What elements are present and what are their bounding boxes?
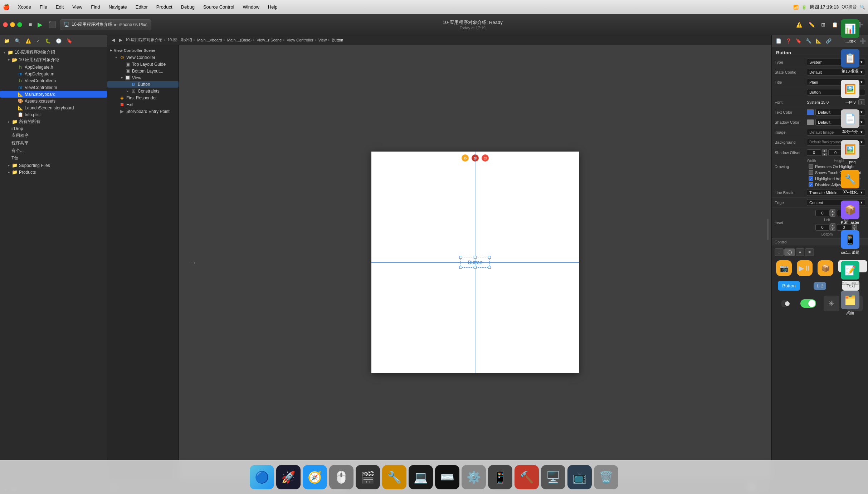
menu-navigate[interactable]: Navigate (106, 4, 129, 10)
desktop-item-xlsx[interactable]: 📊 ....xlsx (834, 18, 866, 45)
inspector-attr-btn[interactable]: 🔧 (804, 37, 813, 45)
scene-bottom-layout[interactable]: ▣ Bottom Layout... (107, 68, 179, 74)
menu-source-control[interactable]: Source Control (201, 4, 236, 10)
menu-file[interactable]: File (38, 4, 49, 10)
scene-view-controller[interactable]: ▾ ⊙ View Controller (107, 54, 179, 61)
handle-br[interactable] (488, 266, 491, 269)
dock-finder[interactable]: 🔵 (250, 465, 274, 489)
disabled-checkbox[interactable]: ✓ (809, 182, 813, 187)
dock-terminal2[interactable]: 💻 (409, 465, 433, 489)
inspector-file-btn[interactable]: 📄 (774, 37, 783, 45)
lib-item-switch[interactable] (798, 298, 819, 309)
breadcrumb-item-6[interactable]: View Controller (287, 38, 313, 42)
inset-bot-input[interactable] (815, 224, 830, 231)
search-icon[interactable]: 🔍 (860, 5, 865, 10)
desktop-item-13[interactable]: 📋 第13·业业 (834, 48, 866, 75)
debug-icon-btn[interactable]: 🐛 (43, 37, 53, 45)
desktop-item-optimize[interactable]: 🔧 07--优化 (834, 168, 866, 196)
menu-edit[interactable]: Edit (54, 4, 66, 10)
dock-monitor[interactable]: 🖥️ (541, 465, 565, 489)
text-color-swatch[interactable] (807, 109, 814, 115)
handle-tr[interactable] (488, 256, 491, 259)
shadow-w-input[interactable] (807, 149, 821, 156)
scene-view[interactable]: ▾ 🔲 View (107, 74, 179, 81)
warn-button[interactable]: ⚠️ (794, 20, 804, 29)
dock-safari[interactable]: 🧭 (303, 465, 327, 489)
tree-item-supporting[interactable]: ▸ 📁 Supporting Files (0, 162, 107, 169)
tree-item-launchscreen[interactable]: 📐 LaunchScreen.storyboard (0, 104, 107, 111)
breadcrumb-forward[interactable]: ▶ (118, 38, 124, 43)
desktop-item-ios1[interactable]: 📱 ios1...试题 (834, 229, 866, 257)
breadcrumb-item-8[interactable]: Button (332, 38, 343, 42)
tree-item-products[interactable]: ▸ 📁 Products (0, 169, 107, 176)
handle-bc[interactable] (474, 266, 477, 269)
history-icon-btn[interactable]: 🕐 (54, 37, 63, 45)
breadcrumb-item-2[interactable]: 10-应···条介绍 (167, 37, 192, 43)
tree-item-viewcontroller-m[interactable]: m ViewController.m (0, 84, 107, 91)
desktop-item-car[interactable]: 📄 车分子分 (834, 108, 866, 136)
reverses-checkbox[interactable] (809, 164, 813, 169)
menu-find[interactable]: Find (89, 4, 102, 10)
inset-w-input[interactable] (815, 210, 830, 216)
breadcrumb-item-3[interactable]: Main....yboard (197, 38, 222, 42)
sidebar-toggle-button[interactable]: ≡ (26, 20, 34, 29)
maximize-button[interactable] (17, 22, 22, 27)
handle-tl[interactable] (459, 256, 462, 259)
scene-constraints[interactable]: ▸ ⊞ Constraints (107, 88, 179, 94)
bookmark-icon-btn[interactable]: 🔖 (65, 37, 74, 45)
shadow-w-up[interactable]: ▲ (822, 149, 827, 152)
lib-tab-4[interactable]: ■ (805, 248, 814, 256)
lib-item-camera[interactable]: 📷 (775, 259, 793, 277)
search-icon-btn[interactable]: 🔍 (13, 37, 22, 45)
tree-item-group[interactable]: ▾ 📂 10-应用程序对象介绍 (0, 56, 107, 64)
split-view-button[interactable]: ⊞ (819, 20, 828, 29)
menu-editor[interactable]: Editor (133, 4, 150, 10)
dock-mouse[interactable]: 🖱️ (329, 465, 353, 489)
scene-first-responder[interactable]: ◈ First Responder (107, 94, 179, 101)
lib-toggle-display[interactable] (800, 299, 816, 308)
folder-icon-btn[interactable]: 📁 (2, 37, 11, 45)
dock-prefs[interactable]: ⚙️ (462, 465, 486, 489)
dock-video[interactable]: 🎬 (356, 465, 380, 489)
tree-item-project[interactable]: ▾ 📁 10-应用程序对象介绍 (0, 49, 107, 56)
lib-tab-3[interactable]: ● (796, 248, 805, 256)
tree-item-share[interactable]: 程序共享 (0, 139, 107, 147)
breadcrumb-back[interactable]: ◀ (110, 38, 116, 43)
dock-trash[interactable]: 🗑️ (594, 465, 618, 489)
warning-icon-btn[interactable]: ⚠️ (24, 37, 33, 45)
menu-xcode[interactable]: Xcode (16, 4, 33, 10)
desktop-item-png2[interactable]: 🖼️ ....png (834, 139, 866, 166)
scene-exit[interactable]: ⏹ Exit (107, 101, 179, 108)
desktop-item-zjl[interactable]: 📝 ZJL...etail (834, 260, 866, 286)
tree-item-appdelegate-m[interactable]: m AppDelegate.m (0, 70, 107, 77)
lib-item-button[interactable]: Button (775, 280, 803, 292)
tree-item-infoplist[interactable]: 📋 Info.plist (0, 111, 107, 118)
lib-tab-2[interactable]: ◯ (784, 248, 795, 256)
test-icon-btn[interactable]: ✓ (34, 37, 42, 45)
breadcrumb-item-5[interactable]: View...r Scene (257, 38, 282, 42)
dock-app[interactable]: 📱 (488, 465, 512, 489)
desktop-item-desktop[interactable]: 🗂️ 桌面 (834, 289, 866, 317)
lib-item-player[interactable]: ▶⏸ (795, 259, 814, 277)
handle-bl[interactable] (459, 266, 462, 269)
scene-entry-point[interactable]: ▶ Storyboard Entry Point (107, 108, 179, 115)
canvas-scrollbar[interactable] (767, 219, 769, 240)
dock-xcode[interactable]: 🔨 (515, 465, 539, 489)
breadcrumb-item-4[interactable]: Main....(Base) (227, 38, 252, 42)
tree-item-table[interactable]: T台 (0, 154, 107, 162)
edit-button[interactable]: ✏️ (806, 20, 817, 29)
inspector-size-btn[interactable]: 📐 (814, 37, 823, 45)
shows-checkbox[interactable] (809, 170, 813, 175)
menu-debug[interactable]: Debug (179, 4, 197, 10)
breadcrumb-item-1[interactable]: 10-应用程序对象介绍 (125, 37, 162, 43)
scheme-selector[interactable]: 🖥️ 10-应用程序对象介绍 ▸ iPhone 6s Plus (60, 19, 151, 30)
inspector-identity-btn[interactable]: 🔖 (794, 37, 803, 45)
highlighted-checkbox[interactable]: ✓ (809, 176, 813, 181)
tree-item-allfiles[interactable]: ▸ 📁 所有的所有 (0, 118, 107, 125)
stop-button[interactable]: ⬛ (46, 19, 58, 30)
dock-devtools[interactable]: 🔧 (382, 465, 406, 489)
scene-button[interactable]: B Button (107, 81, 179, 88)
breadcrumb-item-7[interactable]: View (318, 38, 327, 42)
tree-item-appdelegate-h[interactable]: h AppDelegate.h (0, 64, 107, 70)
close-button[interactable] (3, 22, 8, 27)
